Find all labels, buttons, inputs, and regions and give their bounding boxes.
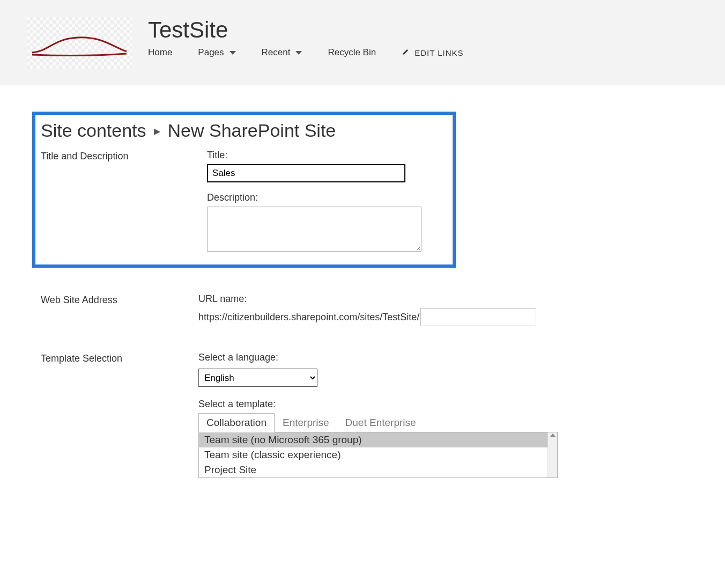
breadcrumb-current: New SharePoint Site [168,120,336,141]
nav-pages-label: Pages [198,47,224,58]
tab-duet-enterprise[interactable]: Duet Enterprise [337,413,424,432]
url-name-label: URL name: [198,293,698,305]
tab-enterprise[interactable]: Enterprise [275,413,337,432]
site-header: TestSite Home Pages Recent Recycle Bin E… [0,6,725,85]
section-heading-address: Web Site Address [38,293,198,306]
section-web-address: Web Site Address URL name: https://citiz… [38,293,698,326]
title-input[interactable] [207,164,405,182]
description-textarea[interactable] [207,207,421,252]
tab-collaboration[interactable]: Collaboration [198,413,275,432]
nav-recycle-bin[interactable]: Recycle Bin [328,47,376,58]
section-heading-template: Template Selection [38,352,198,364]
car-logo-icon [27,17,132,69]
breadcrumb-parent[interactable]: Site contents [41,120,146,141]
scrollbar[interactable] [548,432,557,477]
url-prefix-text: https://citizenbuilders.sharepoint.com/s… [198,312,419,323]
site-logo[interactable] [27,17,132,69]
template-listbox[interactable]: Team site (no Microsoft 365 group) Team … [198,432,558,478]
scroll-up-icon [550,433,556,437]
nav-edit-links[interactable]: EDIT LINKS [402,48,463,57]
nav-recycle-label: Recycle Bin [328,47,376,58]
template-tabs: Collaboration Enterprise Duet Enterprise [198,413,698,432]
description-label: Description: [207,192,442,203]
language-label: Select a language: [198,352,698,363]
top-nav: Home Pages Recent Recycle Bin EDIT LINKS [148,47,464,58]
section-title-description: Title and Description Title: Description… [41,150,442,252]
site-title[interactable]: TestSite [148,17,464,43]
window-chrome-strip [0,0,725,6]
chevron-down-icon [230,51,236,55]
pencil-icon [402,48,409,57]
nav-recent-label: Recent [262,47,291,58]
nav-edit-links-label: EDIT LINKS [415,48,463,57]
breadcrumb-separator-icon: ▸ [154,123,160,138]
language-select[interactable]: English [198,369,317,387]
template-label: Select a template: [198,399,698,410]
chevron-down-icon [295,51,302,55]
template-item[interactable]: Team site (no Microsoft 365 group) [199,432,557,447]
breadcrumb: Site contents ▸ New SharePoint Site [41,120,442,141]
url-name-input[interactable] [420,308,536,326]
page-content: Site contents ▸ New SharePoint Site Titl… [0,85,725,489]
section-template-selection: Template Selection Select a language: En… [38,352,698,478]
template-item[interactable]: Project Site [199,462,557,477]
nav-home-label: Home [148,47,172,58]
section-heading-title-desc: Title and Description [41,150,207,162]
nav-recent[interactable]: Recent [262,47,302,58]
title-description-highlight: Site contents ▸ New SharePoint Site Titl… [32,112,456,268]
template-item[interactable]: Team site (classic experience) [199,447,557,462]
nav-home[interactable]: Home [148,47,172,58]
title-label: Title: [207,150,442,161]
nav-pages[interactable]: Pages [198,47,235,58]
